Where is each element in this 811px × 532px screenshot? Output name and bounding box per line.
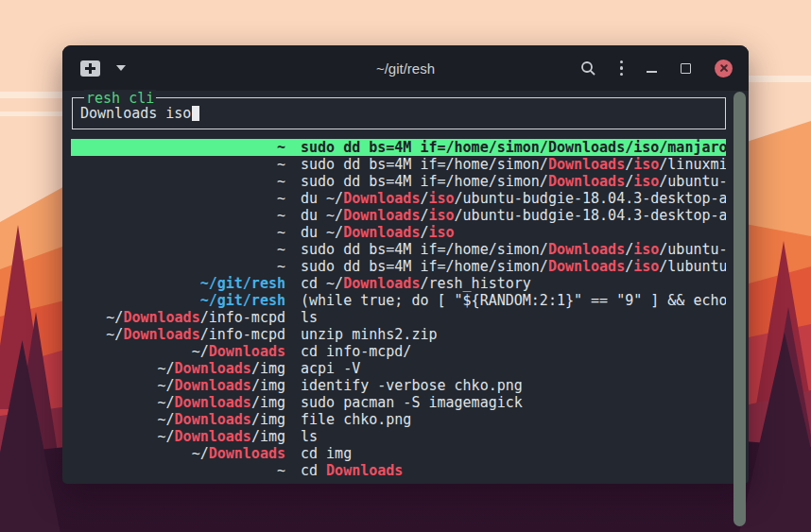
row-command: sudo dd bs=4M if=/home/simon/Downloads/i… (301, 258, 726, 275)
resh-search-box: resh cli Downloads iso (72, 97, 726, 129)
row-context: ~/Downloads/info-mcpd (71, 326, 285, 343)
match-highlight: Downloads (326, 462, 403, 479)
history-row[interactable]: ~/git/reshcd ~/Downloads/resh_history (71, 275, 726, 292)
row-command: acpi -V (301, 360, 726, 377)
row-command: cd ~/Downloads/resh_history (301, 275, 726, 292)
history-row[interactable]: ~/Downloads/info-mcpdls (71, 309, 726, 326)
row-context: ~/Downloads (71, 343, 285, 360)
history-row-selected[interactable]: ~sudo dd bs=4M if=/home/simon/Downloads/… (71, 139, 726, 156)
command-text: / (625, 173, 633, 190)
row-command: sudo dd bs=4M if=/home/simon/Downloads/i… (301, 156, 726, 173)
history-row[interactable]: ~sudo dd bs=4M if=/home/simon/Downloads/… (71, 173, 726, 190)
match-highlight: Downloads (548, 156, 625, 173)
row-context: ~/Downloads/img (71, 411, 285, 428)
history-row[interactable]: ~/git/resh(while true; do [ "${RANDOM:2:… (71, 292, 726, 309)
command-text: sudo pacman -S imagemagick (301, 394, 523, 411)
match-highlight: Downloads (343, 190, 420, 207)
command-text: ls (301, 309, 318, 326)
command-text: ~ (277, 462, 285, 479)
command-text: file chko.png (301, 411, 411, 428)
history-row[interactable]: ~/Downloads/imgfile chko.png (71, 411, 726, 428)
menu-kebab-icon[interactable] (620, 60, 624, 77)
history-row[interactable]: ~/Downloads/info-mcpdunzip minhs2.zip (71, 326, 726, 343)
row-command: cd Downloads (301, 462, 726, 479)
row-context: ~ (71, 207, 285, 224)
row-command: (while true; do [ "${RANDOM:2:1}" == "9"… (301, 292, 726, 309)
match-highlight: Downloads (175, 360, 251, 377)
history-row[interactable]: ~du ~/Downloads/iso/ubuntu-budgie-18.04.… (71, 207, 726, 224)
search-icon[interactable] (580, 60, 596, 77)
row-command: unzip minhs2.zip (301, 326, 726, 343)
history-row[interactable]: ~/Downloads/imgacpi -V (71, 360, 726, 377)
history-row[interactable]: ~/Downloads/imgidentify -verbose chko.pn… (71, 377, 726, 394)
command-text: identify -verbose chko.png (301, 377, 523, 394)
search-query-text: Downloads iso (80, 105, 191, 122)
command-text: ~ (277, 224, 285, 241)
row-context: ~ (71, 190, 285, 207)
command-text: sudo dd bs=4M if=/home/simon/ (301, 258, 548, 275)
history-row[interactable]: ~/Downloadscd img (71, 445, 726, 462)
command-text: /img (251, 428, 285, 445)
scrollbar-thumb[interactable] (733, 92, 746, 526)
history-list: ~sudo dd bs=4M if=/home/simon/Downloads/… (71, 139, 726, 479)
terminal-window: ~/git/resh resh cli Downloads iso ~sudo … (62, 45, 749, 484)
match-highlight: Downloads (175, 411, 251, 428)
command-text: ~ (277, 139, 285, 156)
command-text: sudo dd bs=4M if=/home/simon/ (301, 241, 548, 258)
command-text: du ~/ (301, 224, 343, 241)
titlebar[interactable]: ~/git/resh (62, 45, 749, 91)
command-text: cd info-mcpd/ (301, 343, 411, 360)
command-text: /img (251, 411, 285, 428)
history-row[interactable]: ~/Downloadscd info-mcpd/ (71, 343, 726, 360)
command-text: acpi -V (301, 360, 360, 377)
history-row[interactable]: ~sudo dd bs=4M if=/home/simon/Downloads/… (71, 258, 726, 275)
row-context: ~/git/resh (71, 292, 285, 309)
history-row[interactable]: ~cd Downloads (71, 462, 726, 479)
match-highlight: Downloads (209, 343, 285, 360)
row-context: ~ (71, 462, 285, 479)
search-input[interactable]: Downloads iso (73, 98, 725, 129)
command-text: /lubuntu (659, 258, 726, 275)
match-highlight: iso (633, 241, 659, 258)
command-text: ~ (277, 156, 285, 173)
command-text: cd img (301, 445, 352, 462)
match-highlight: iso (428, 207, 454, 224)
command-text: ~/ (106, 309, 123, 326)
command-text: sudo dd bs=4M if=/home/simon/Downloads/i… (301, 139, 726, 156)
row-command: du ~/Downloads/iso/ubuntu-budgie-18.04.3… (301, 190, 726, 207)
new-tab-icon[interactable] (80, 60, 100, 77)
history-row[interactable]: ~sudo dd bs=4M if=/home/simon/Downloads/… (71, 156, 726, 173)
command-text: ~ (277, 258, 285, 275)
chevron-down-icon[interactable] (116, 65, 126, 71)
history-row[interactable]: ~sudo dd bs=4M if=/home/simon/Downloads/… (71, 241, 726, 258)
row-command: file chko.png (301, 411, 726, 428)
command-text: (while true; do [ "${RANDOM:2:1}" == "9"… (301, 292, 726, 309)
resh-box-label: resh cli (84, 90, 156, 107)
command-text: /ubuntu- (659, 173, 726, 190)
command-text: ~ (277, 241, 285, 258)
command-text: ~/ (106, 326, 123, 343)
command-text: /linuxmi (659, 156, 726, 173)
row-context: ~ (71, 173, 285, 190)
command-text: sudo dd bs=4M if=/home/simon/ (301, 173, 548, 190)
row-context: ~/Downloads/img (71, 394, 285, 411)
row-context: ~ (71, 224, 285, 241)
history-row[interactable]: ~du ~/Downloads/iso/ubuntu-budgie-18.04.… (71, 190, 726, 207)
history-row[interactable]: ~du ~/Downloads/iso (71, 224, 726, 241)
command-text: ~/ (158, 428, 175, 445)
close-icon[interactable] (715, 60, 733, 77)
restore-icon[interactable] (681, 63, 691, 74)
command-text: /info-mcpd (200, 309, 285, 326)
command-text: /img (251, 394, 285, 411)
match-highlight: iso (633, 173, 659, 190)
command-text: /img (251, 360, 285, 377)
command-text: ~/ (158, 377, 175, 394)
directory-path: ~/git/resh (200, 292, 285, 309)
command-text: / (625, 156, 633, 173)
command-text: sudo dd bs=4M if=/home/simon/ (301, 156, 548, 173)
command-text: cd (301, 462, 326, 479)
history-row[interactable]: ~/Downloads/imgls (71, 428, 726, 445)
minimize-icon[interactable] (647, 63, 657, 73)
command-text: ls (301, 428, 318, 445)
history-row[interactable]: ~/Downloads/imgsudo pacman -S imagemagic… (71, 394, 726, 411)
